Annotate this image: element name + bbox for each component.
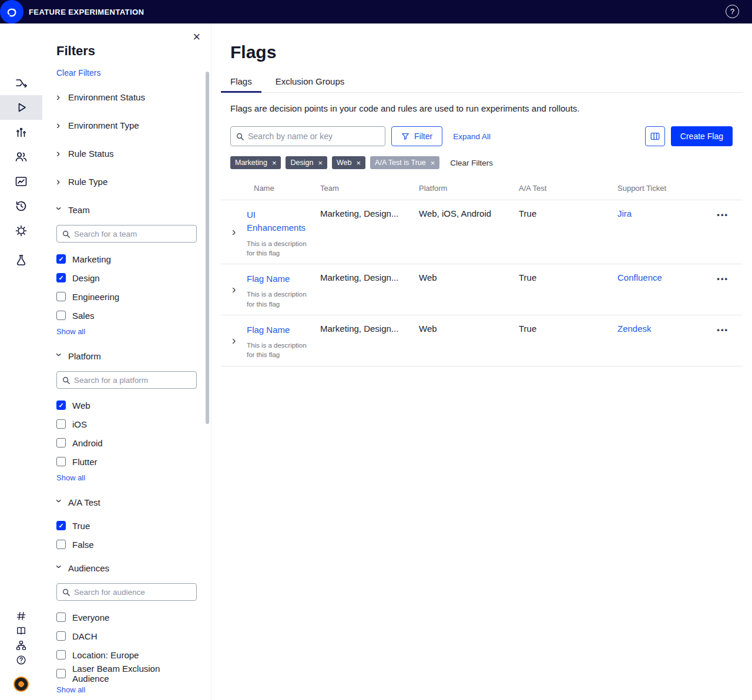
checkbox[interactable] xyxy=(56,540,66,549)
checkbox[interactable] xyxy=(56,612,66,622)
team-show-all-link[interactable]: Show all xyxy=(56,327,85,336)
filter-checkbox-item[interactable]: DACH xyxy=(56,627,197,645)
chevron-right-icon: › xyxy=(56,120,62,130)
nav-results[interactable] xyxy=(0,120,42,144)
checkbox[interactable] xyxy=(56,292,66,301)
checkbox[interactable] xyxy=(56,521,66,530)
filter-checkbox-item[interactable]: Location: Europe xyxy=(56,645,197,664)
filter-section-collapsed[interactable]: › Environment Type xyxy=(56,111,197,139)
nav-flows[interactable] xyxy=(0,70,42,95)
tab-flags[interactable]: Flags xyxy=(221,72,261,93)
audience-search-input[interactable] xyxy=(74,588,191,597)
filter-section-collapsed[interactable]: › Environment Status xyxy=(56,83,197,111)
row-expand-chevron-icon[interactable]: › xyxy=(232,334,236,347)
checkbox[interactable] xyxy=(56,631,66,641)
filter-chip[interactable]: Design × xyxy=(286,156,327,169)
team-search xyxy=(56,225,197,243)
checkbox[interactable] xyxy=(56,311,66,320)
row-more-menu-icon[interactable]: ••• xyxy=(717,272,728,282)
audiences-section-header[interactable]: › Audiences xyxy=(56,554,197,582)
filter-checkbox-item[interactable]: Engineering xyxy=(56,287,197,306)
filters-scrollbar[interactable] xyxy=(206,72,209,424)
clear-filters-link[interactable]: Clear Filters xyxy=(56,68,100,78)
filter-button[interactable]: Filter xyxy=(391,126,442,146)
flag-name-link[interactable]: Flag Name xyxy=(247,272,313,285)
nav-help[interactable] xyxy=(0,652,42,667)
filter-checkbox-item[interactable]: Everyone xyxy=(56,608,197,627)
nav-settings[interactable] xyxy=(0,218,42,243)
filter-checkbox-item[interactable]: Laser Beam Exclusion Audience xyxy=(56,664,197,683)
platform-section-header[interactable]: › Platform xyxy=(56,342,197,370)
user-avatar[interactable] xyxy=(14,677,29,692)
close-filters-icon[interactable]: × xyxy=(193,31,200,43)
nav-hash[interactable] xyxy=(0,608,42,623)
filter-checkbox-item[interactable]: True xyxy=(56,516,197,535)
platform-cell: Web, iOS, Android xyxy=(419,200,519,264)
platform-search-input[interactable] xyxy=(74,376,191,385)
filter-checkbox-item[interactable]: False xyxy=(56,535,197,554)
checkbox[interactable] xyxy=(56,419,66,429)
checkbox[interactable] xyxy=(56,650,66,659)
filter-checkbox-item[interactable]: iOS xyxy=(56,415,197,433)
chevron-down-icon: › xyxy=(54,565,65,571)
column-settings-button[interactable] xyxy=(645,126,665,146)
nav-history[interactable] xyxy=(0,194,42,218)
flags-search xyxy=(230,126,385,146)
chip-close-icon[interactable]: × xyxy=(318,159,323,167)
row-expand-chevron-icon[interactable]: › xyxy=(232,225,236,238)
checkbox[interactable] xyxy=(56,669,66,678)
filter-checkbox-item[interactable]: Marketing xyxy=(56,250,197,268)
expand-all-link[interactable]: Expand All xyxy=(453,132,491,141)
row-more-menu-icon[interactable]: ••• xyxy=(717,324,728,334)
filter-checkbox-item[interactable]: Android xyxy=(56,433,197,452)
support-ticket-link[interactable]: Confluence xyxy=(617,272,662,282)
row-more-menu-icon[interactable]: ••• xyxy=(717,208,728,218)
checkbox[interactable] xyxy=(56,438,66,447)
filters-title: Filters xyxy=(56,43,197,59)
chip-close-icon[interactable]: × xyxy=(356,159,361,167)
row-menu-cell: ••• xyxy=(706,264,743,315)
create-flag-button[interactable]: Create Flag xyxy=(671,126,733,146)
checkbox[interactable] xyxy=(56,254,66,264)
checkbox[interactable] xyxy=(56,273,66,282)
top-bar: FEATURE EXPERIMENTATION ? xyxy=(0,0,752,23)
team-search-input[interactable] xyxy=(74,230,191,238)
aa-test-section-header[interactable]: › A/A Test xyxy=(56,488,197,516)
filter-checkbox-item[interactable]: Web xyxy=(56,396,197,415)
support-ticket-link[interactable]: Zendesk xyxy=(617,324,652,334)
row-expand-chevron-icon[interactable]: › xyxy=(232,282,236,296)
row-menu-cell: ••• xyxy=(706,200,743,264)
help-icon[interactable]: ? xyxy=(726,5,739,18)
page-description: Flags are decision points in your code a… xyxy=(230,103,733,113)
nav-sitemap[interactable] xyxy=(0,638,42,652)
nav-docs[interactable] xyxy=(0,623,42,638)
filter-checkbox-item[interactable]: Sales xyxy=(56,306,197,325)
nav-lab[interactable] xyxy=(0,248,42,272)
filter-checkbox-item[interactable]: Design xyxy=(56,268,197,287)
flag-name-link[interactable]: UI Enhancements xyxy=(247,208,313,234)
filter-section-collapsed[interactable]: › Rule Status xyxy=(56,139,197,167)
row-menu-cell: ••• xyxy=(706,315,743,366)
checkbox[interactable] xyxy=(56,401,66,410)
audiences-show-all-link[interactable]: Show all xyxy=(56,685,85,694)
support-ticket-link[interactable]: Jira xyxy=(617,208,632,218)
filter-chip[interactable]: Marketing × xyxy=(230,156,281,169)
flag-name-link[interactable]: Flag Name xyxy=(247,324,313,336)
clear-filters-inline[interactable]: Clear Filters xyxy=(450,159,493,167)
team-section-header[interactable]: › Team xyxy=(56,196,197,224)
optimizely-logo[interactable] xyxy=(0,0,24,23)
filter-chip[interactable]: Web × xyxy=(332,156,365,169)
tab-exclusion-groups[interactable]: Exclusion Groups xyxy=(266,72,354,93)
chip-close-icon[interactable]: × xyxy=(272,159,277,167)
platform-show-all-link[interactable]: Show all xyxy=(56,473,85,482)
filter-chip[interactable]: A/A Test is True × xyxy=(370,156,439,169)
filter-section-collapsed[interactable]: › Rule Type xyxy=(56,167,197,196)
nav-audiences[interactable] xyxy=(0,144,42,169)
flags-search-input[interactable] xyxy=(248,132,380,141)
chip-close-icon[interactable]: × xyxy=(431,159,435,167)
column-header-aa-test: A/A Test xyxy=(519,178,617,200)
nav-rollouts[interactable] xyxy=(0,95,42,120)
filter-checkbox-item[interactable]: Flutter xyxy=(56,452,197,471)
nav-metrics[interactable] xyxy=(0,169,42,194)
checkbox[interactable] xyxy=(56,457,66,466)
